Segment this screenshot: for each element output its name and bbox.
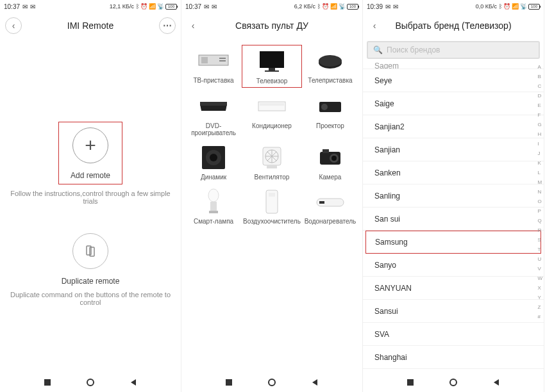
nav-home-button[interactable] bbox=[86, 378, 95, 387]
nav-bar bbox=[363, 373, 544, 392]
svg-rect-8 bbox=[219, 60, 226, 61]
brand-item[interactable]: San sui bbox=[363, 208, 544, 231]
alpha-letter[interactable]: # bbox=[537, 314, 542, 320]
nav-back-button[interactable] bbox=[129, 378, 138, 387]
device-icon bbox=[312, 144, 348, 171]
nav-home-button[interactable] bbox=[267, 378, 276, 387]
duplicate-remote-desc: Duplicate command on the buttons of the … bbox=[0, 291, 181, 306]
wifi-icon: 📡 bbox=[339, 3, 346, 10]
status-time: 10:39 bbox=[367, 3, 383, 10]
alpha-letter[interactable]: E bbox=[537, 102, 542, 108]
alpha-letter[interactable]: V bbox=[537, 266, 542, 272]
svg-point-18 bbox=[321, 104, 328, 110]
brand-item[interactable]: SANYUAN bbox=[363, 277, 544, 300]
page-title: IMI Remote bbox=[0, 20, 181, 31]
alpha-letter[interactable]: T bbox=[537, 247, 542, 252]
nav-back-button[interactable] bbox=[310, 378, 319, 387]
back-button[interactable]: ‹ bbox=[187, 17, 199, 34]
alpha-letter[interactable]: Y bbox=[537, 295, 542, 300]
search-input[interactable]: 🔍 Поиск брендов bbox=[367, 41, 540, 59]
alpha-letter[interactable]: B bbox=[537, 74, 542, 79]
brand-item[interactable]: Sagem bbox=[363, 61, 544, 69]
back-button[interactable]: ‹ bbox=[5, 17, 22, 34]
alpha-letter[interactable]: L bbox=[537, 170, 542, 176]
more-button[interactable]: ⋯ bbox=[159, 17, 176, 34]
brand-list[interactable]: SagemSeyeSaigeSanjian2SanjianSankenSanli… bbox=[363, 61, 544, 373]
svg-rect-2 bbox=[44, 379, 51, 386]
alpha-letter[interactable]: C bbox=[537, 83, 542, 89]
device-icon bbox=[312, 47, 348, 74]
device-item[interactable]: Камера bbox=[302, 142, 358, 183]
alpha-letter[interactable]: W bbox=[537, 275, 542, 281]
nav-home-button[interactable] bbox=[449, 378, 458, 387]
brand-item[interactable]: Sanjian bbox=[363, 138, 544, 161]
nav-back-button[interactable] bbox=[492, 378, 501, 387]
alpha-letter[interactable]: Q bbox=[537, 218, 542, 224]
signal-icon: 📶 bbox=[512, 3, 519, 10]
alpha-letter[interactable]: G bbox=[537, 122, 542, 127]
alpha-letter[interactable]: R bbox=[537, 227, 542, 233]
svg-rect-31 bbox=[209, 211, 218, 213]
alpha-letter[interactable]: M bbox=[537, 179, 542, 185]
brand-item[interactable]: Samsung bbox=[365, 231, 541, 254]
alpha-letter[interactable]: H bbox=[537, 131, 542, 137]
alpha-letter[interactable]: Z bbox=[537, 304, 542, 310]
device-item[interactable]: Кондиционер bbox=[242, 90, 302, 139]
header: ‹ IMI Remote ⋯ bbox=[0, 13, 181, 38]
header: ‹ Связать пульт ДУ bbox=[181, 13, 362, 38]
brand-item[interactable]: Seye bbox=[363, 69, 544, 92]
alpha-letter[interactable]: N bbox=[537, 189, 542, 195]
signal-icon: 📶 bbox=[330, 3, 337, 10]
svg-rect-30 bbox=[210, 202, 217, 211]
device-label: Телевизор bbox=[256, 78, 288, 85]
nav-recent-button[interactable] bbox=[224, 378, 233, 387]
nav-bar bbox=[0, 373, 181, 392]
device-icon bbox=[254, 93, 290, 120]
nav-recent-button[interactable] bbox=[406, 378, 415, 387]
alpha-letter[interactable]: S bbox=[537, 237, 542, 243]
brand-item[interactable]: Sanken bbox=[363, 161, 544, 184]
duplicate-remote-button[interactable] bbox=[72, 233, 108, 269]
mail-icon: ✉ bbox=[212, 3, 217, 10]
alpha-letter[interactable]: K bbox=[537, 160, 542, 166]
device-item[interactable]: Водонагреватель bbox=[302, 186, 358, 227]
device-item[interactable]: Телевизор bbox=[242, 45, 302, 88]
alpha-letter[interactable]: P bbox=[537, 208, 542, 214]
alpha-letter[interactable]: F bbox=[537, 112, 542, 118]
device-item[interactable]: Динамик bbox=[185, 142, 242, 183]
device-grid: ТВ-приставкаТелевизорТелеприставкаDVD-пр… bbox=[181, 38, 362, 373]
brand-item[interactable]: Saige bbox=[363, 92, 544, 115]
device-item[interactable]: Воздухоочиститель bbox=[242, 186, 302, 227]
add-remote-button[interactable]: + bbox=[72, 127, 108, 163]
device-label: Воздухоочиститель bbox=[243, 218, 301, 225]
alpha-letter[interactable]: J bbox=[537, 151, 542, 156]
device-item[interactable]: Вентилятор bbox=[242, 142, 302, 183]
device-item[interactable]: DVD-проигрыватель bbox=[185, 90, 242, 139]
device-item[interactable]: Смарт-лампа bbox=[185, 186, 242, 227]
brand-item[interactable]: SVA bbox=[363, 323, 544, 346]
back-button[interactable]: ‹ bbox=[368, 17, 381, 34]
alpha-letter[interactable]: O bbox=[537, 199, 542, 204]
device-item[interactable]: Проектор bbox=[302, 90, 358, 139]
nav-recent-button[interactable] bbox=[43, 378, 52, 387]
brand-item[interactable]: Sanling bbox=[363, 184, 544, 208]
device-item[interactable]: Телеприставка bbox=[302, 45, 358, 88]
alpha-letter[interactable]: D bbox=[537, 93, 542, 99]
alpha-letter[interactable]: U bbox=[537, 256, 542, 262]
brand-item[interactable]: Shanghai bbox=[363, 346, 544, 369]
page-title: Выбрать бренд (Телевизор) bbox=[363, 20, 544, 31]
device-label: Водонагреватель bbox=[305, 218, 356, 225]
device-item[interactable]: ТВ-приставка bbox=[185, 45, 242, 88]
brand-item[interactable]: Sanyo bbox=[363, 254, 544, 277]
status-bar: 10:37 ✉ ✉ 12,1 КБ/с ᛒ ⏰ 📶 📡 100 bbox=[0, 0, 181, 13]
alpha-letter[interactable]: X bbox=[537, 285, 542, 291]
svg-marker-41 bbox=[494, 379, 499, 386]
brand-item[interactable]: Sanjian2 bbox=[363, 115, 544, 138]
alpha-letter[interactable]: I bbox=[537, 141, 542, 147]
alpha-index[interactable]: ABCDEFGHIJKLMNOPQRSTUVWXYZ# bbox=[537, 64, 542, 320]
brand-item[interactable]: Sansui bbox=[363, 300, 544, 323]
alpha-letter[interactable]: A bbox=[537, 64, 542, 70]
svg-rect-33 bbox=[269, 193, 275, 197]
device-label: ТВ-приставка bbox=[193, 77, 233, 84]
add-remote-label: Add remote bbox=[71, 171, 110, 180]
